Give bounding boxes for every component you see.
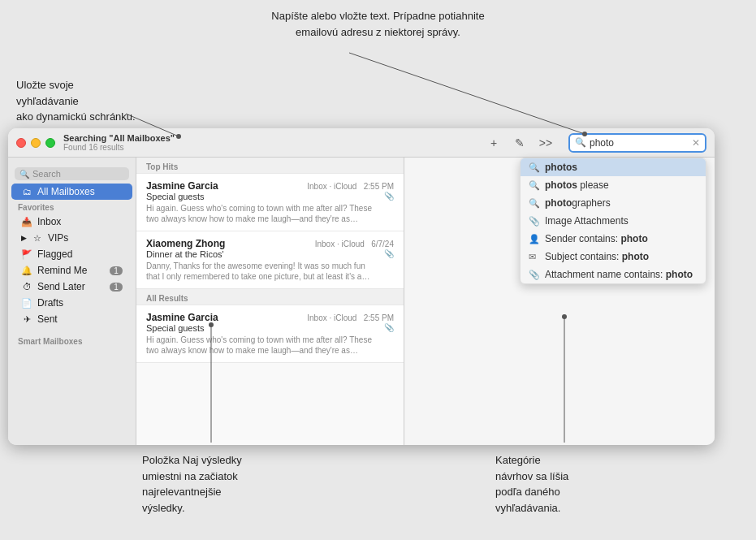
search-input[interactable]: photo	[590, 137, 692, 149]
sender-top-2: Xiaomeng Zhong	[146, 238, 225, 249]
annotation-bottom-left: Položka Naj výsledky umiestni na začiato…	[142, 452, 288, 516]
mail-item-top-2[interactable]: Xiaomeng Zhong Inbox · iCloud 6/7/24 Din…	[136, 231, 404, 289]
attachment-icon-all-1: 📎	[384, 323, 394, 332]
vips-icon: ☆	[32, 233, 43, 244]
suggestion-item-attachment-name[interactable]: 📎Attachment name contains: photo	[521, 266, 706, 283]
sender-all-1: Jasmine Garcia	[146, 312, 218, 323]
suggestion-icon-attachment-name: 📎	[529, 270, 540, 280]
send-later-label: Send Later	[37, 281, 85, 292]
favorites-label: Favorites	[8, 200, 136, 214]
sent-icon: ✈	[21, 314, 32, 325]
sidebar-item-drafts[interactable]: 📄 Drafts	[11, 295, 132, 311]
preview-all-1: Hi again. Guess who's coming to town wit…	[146, 335, 381, 356]
maximize-button[interactable]	[45, 138, 55, 148]
title-bar: Searching "All Mailboxes" Found 16 resul…	[8, 128, 715, 158]
sidebar-search-label: Search	[32, 169, 61, 179]
attachment-icon-top-2: 📎	[384, 249, 394, 258]
search-icon: 🔍	[575, 137, 586, 148]
suggestion-text-attachment-name: Attachment name contains: photo	[545, 269, 693, 280]
all-mailboxes-icon: 🗂	[21, 187, 32, 197]
search-bar[interactable]: 🔍 photo ✕	[568, 133, 706, 153]
suggestion-text-subject-contains: Subject contains: photo	[545, 251, 649, 262]
send-later-badge: 1	[110, 283, 123, 292]
flagged-icon: 🚩	[21, 249, 32, 260]
drafts-icon: 📄	[21, 298, 32, 309]
inbox-label: Inbox	[37, 216, 61, 227]
suggestion-item-subject-contains[interactable]: ✉Subject contains: photo	[521, 248, 706, 266]
svg-line-0	[349, 53, 585, 134]
annotation-bottom-left-text: Položka Naj výsledky umiestni na začiato…	[142, 454, 242, 514]
sidebar-search-area: 🔍 Search	[8, 164, 136, 184]
drafts-label: Drafts	[37, 297, 63, 309]
vips-chevron: ▶	[21, 234, 27, 242]
meta-top-2: Inbox · iCloud 6/7/24	[315, 240, 394, 248]
suggestion-text-image-attachments: Image Attachments	[545, 215, 629, 227]
all-mailboxes-label: All Mailboxes	[37, 186, 95, 197]
traffic-lights	[16, 138, 55, 148]
suggestion-text-photographers: photographers	[545, 197, 611, 209]
remind-me-label: Remind Me	[37, 265, 87, 276]
sidebar-search-input[interactable]: 🔍 Search	[15, 167, 129, 180]
suggestion-item-photographers[interactable]: 🔍photographers	[521, 194, 706, 212]
add-icon: +	[490, 136, 497, 149]
suggestion-item-photos-please[interactable]: 🔍photos please	[521, 176, 706, 194]
suggestion-item-photos[interactable]: 🔍photos	[521, 158, 706, 176]
annotation-top-left-text: Uložte svoje vyhľadávanie ako dynamickú …	[16, 79, 136, 123]
suggestion-item-sender-contains[interactable]: 👤Sender contains: photo	[521, 230, 706, 248]
remind-me-icon: 🔔	[21, 266, 32, 276]
smart-mailboxes-label: Smart Mailboxes	[8, 334, 136, 348]
annotation-top-text: Napíšte alebo vložte text. Prípadne poti…	[271, 10, 484, 38]
minimize-button[interactable]	[31, 138, 41, 148]
suggestion-icon-photographers: 🔍	[529, 198, 540, 209]
preview-top-1: Hi again. Guess who's coming to town wit…	[146, 203, 381, 224]
add-mailbox-button[interactable]: +	[484, 133, 503, 153]
inbox-icon: 📥	[21, 217, 32, 227]
suggestion-icon-photos: 🔍	[529, 162, 540, 173]
mail-list: Top Hits Jasmine Garcia Inbox · iCloud 2…	[136, 158, 404, 445]
suggestion-text-sender-contains: Sender contains: photo	[545, 233, 648, 244]
suggestions-dropdown: 🔍photos🔍photos please🔍photographers📎Imag…	[520, 158, 706, 284]
subject-top-2: Dinner at the Ricos'	[146, 249, 381, 259]
suggestion-icon-image-attachments: 📎	[529, 216, 540, 227]
mac-window: Searching "All Mailboxes" Found 16 resul…	[8, 128, 715, 445]
sender-top-1: Jasmine Garcia	[146, 180, 218, 192]
sidebar-item-vips[interactable]: ▶ ☆ VIPs	[11, 230, 132, 246]
suggestion-text-photos: photos	[545, 162, 577, 173]
annotation-bottom-right: Kategórie návrhov sa líšia podľa daného …	[495, 452, 642, 516]
sidebar-item-remind-me[interactable]: 🔔 Remind Me 1	[11, 262, 132, 279]
meta-all-1: Inbox · iCloud 2:55 PM	[307, 313, 394, 322]
sidebar-item-sent[interactable]: ✈ Sent	[11, 311, 132, 327]
sidebar-item-send-later[interactable]: ⏱ Send Later 1	[11, 279, 132, 295]
all-results-divider: All Results	[136, 289, 404, 305]
toolbar-more[interactable]: >>	[536, 133, 555, 153]
subject-all-1: Special guests	[146, 323, 381, 333]
remind-me-badge: 1	[110, 266, 123, 275]
sidebar-item-inbox[interactable]: 📥 Inbox	[11, 214, 132, 230]
sent-label: Sent	[37, 313, 58, 325]
suggestion-item-image-attachments[interactable]: 📎Image Attachments	[521, 212, 706, 230]
compose-icon: ✎	[515, 136, 525, 149]
sidebar: 🔍 Search 🗂 All Mailboxes Favorites 📥 Inb…	[8, 158, 136, 445]
annotation-top-left: Uložte svoje vyhľadávanie ako dynamickú …	[16, 77, 138, 125]
vips-label: VIPs	[48, 232, 68, 244]
preview-top-2: Danny, Thanks for the awesome evening! I…	[146, 261, 381, 282]
more-icon: >>	[539, 136, 552, 149]
suggestion-icon-photos-please: 🔍	[529, 180, 540, 191]
found-label: Found 16 results	[63, 143, 175, 152]
sidebar-item-all-mailboxes[interactable]: 🗂 All Mailboxes	[11, 184, 132, 200]
sidebar-item-flagged[interactable]: 🚩 Flagged	[11, 246, 132, 262]
attachment-icon-top-1: 📎	[384, 192, 394, 201]
top-hits-divider: Top Hits	[136, 158, 404, 174]
annotation-top: Napíšte alebo vložte text. Prípadne poti…	[0, 8, 756, 40]
send-later-icon: ⏱	[21, 282, 32, 292]
toolbar-icons: + ✎ >> 🔍 photo ✕	[484, 133, 706, 153]
compose-button[interactable]: ✎	[510, 133, 529, 153]
meta-top-1: Inbox · iCloud 2:55 PM	[307, 182, 394, 191]
subject-top-1: Special guests	[146, 192, 381, 201]
mail-item-top-1[interactable]: Jasmine Garcia Inbox · iCloud 2:55 PM Sp…	[136, 174, 404, 231]
close-button[interactable]	[16, 138, 26, 148]
search-clear-button[interactable]: ✕	[692, 137, 700, 149]
sidebar-search-icon: 🔍	[19, 170, 29, 179]
mail-item-all-1[interactable]: Jasmine Garcia Inbox · iCloud 2:55 PM Sp…	[136, 305, 404, 363]
suggestion-icon-sender-contains: 👤	[529, 234, 540, 244]
